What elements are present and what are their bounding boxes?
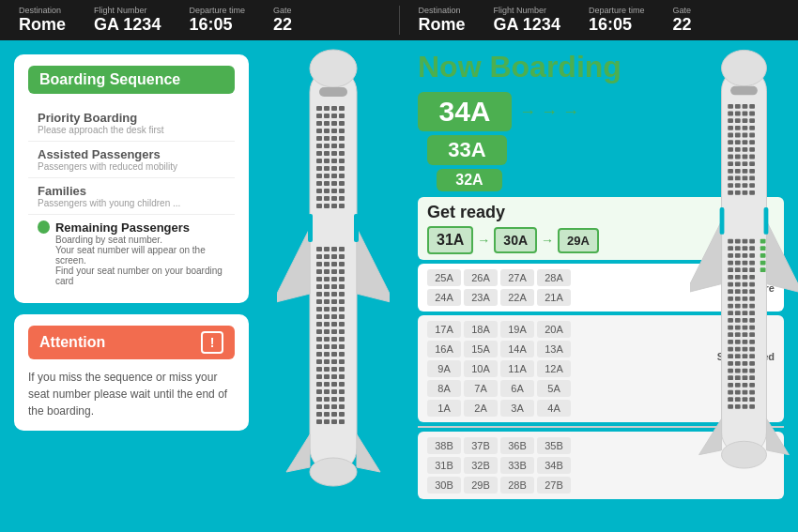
svg-rect-14 xyxy=(331,121,337,126)
svg-rect-185 xyxy=(749,140,755,144)
svg-rect-99 xyxy=(339,314,345,319)
svg-rect-290 xyxy=(728,375,733,380)
svg-rect-4 xyxy=(316,106,322,111)
svg-rect-18 xyxy=(331,129,337,133)
svg-rect-17 xyxy=(324,129,330,133)
svg-rect-94 xyxy=(331,307,337,312)
svg-rect-24 xyxy=(316,144,322,148)
svg-rect-51 xyxy=(339,189,345,193)
svg-rect-238 xyxy=(728,282,733,287)
svg-rect-53 xyxy=(324,196,330,201)
svg-rect-69 xyxy=(324,262,330,266)
svg-rect-205 xyxy=(749,176,755,181)
svg-rect-156 xyxy=(308,214,313,242)
svg-rect-192 xyxy=(743,155,748,160)
remaining-desc1: Boarding by seat number. xyxy=(55,235,225,245)
svg-rect-206 xyxy=(728,183,733,188)
svg-rect-21 xyxy=(324,136,330,141)
svg-rect-118 xyxy=(331,352,337,357)
svg-rect-20 xyxy=(316,136,322,141)
attention-title-text: Attention xyxy=(39,334,105,351)
svg-rect-32 xyxy=(316,159,322,163)
destination-label-left: Destination xyxy=(19,6,66,15)
svg-rect-157 xyxy=(354,214,359,242)
svg-rect-195 xyxy=(735,161,741,166)
svg-rect-22 xyxy=(331,136,337,141)
svg-rect-148 xyxy=(316,412,322,417)
svg-rect-107 xyxy=(339,329,345,334)
svg-rect-106 xyxy=(331,329,337,334)
svg-rect-165 xyxy=(749,104,755,109)
svg-rect-23 xyxy=(339,136,345,141)
svg-rect-245 xyxy=(749,289,755,294)
svg-rect-71 xyxy=(339,262,345,266)
seat-3a: 3A xyxy=(500,400,534,417)
svg-rect-262 xyxy=(728,326,733,330)
svg-rect-100 xyxy=(316,322,322,327)
svg-rect-257 xyxy=(749,311,755,315)
svg-rect-259 xyxy=(735,318,741,323)
svg-rect-81 xyxy=(324,284,330,289)
prepare-rows: 25A 26A 27A 28A 24A 23A 22A 21A xyxy=(427,269,571,306)
svg-rect-293 xyxy=(749,375,755,380)
svg-rect-124 xyxy=(316,367,322,372)
svg-rect-226 xyxy=(728,261,733,266)
svg-rect-230 xyxy=(728,267,733,272)
svg-rect-146 xyxy=(331,404,337,409)
svg-rect-57 xyxy=(324,204,330,208)
svg-rect-300 xyxy=(743,390,748,395)
svg-rect-150 xyxy=(331,412,337,417)
seat-20a: 20A xyxy=(537,321,571,338)
svg-rect-40 xyxy=(316,174,322,178)
header-destination-left: Destination Rome xyxy=(19,6,66,35)
svg-rect-48 xyxy=(316,189,322,193)
attention-header: Attention ! xyxy=(28,326,235,359)
svg-rect-153 xyxy=(324,419,330,424)
svg-rect-136 xyxy=(316,389,322,394)
svg-rect-139 xyxy=(339,389,345,394)
svg-rect-297 xyxy=(749,383,755,388)
svg-rect-174 xyxy=(728,126,733,130)
zone-33a-box: 33A xyxy=(427,135,507,165)
flight-value-left: GA 1234 xyxy=(94,15,161,35)
svg-rect-295 xyxy=(735,383,741,388)
get-ready-31a: 31A xyxy=(427,226,473,254)
gate-value-left: 22 xyxy=(273,15,292,35)
svg-rect-30 xyxy=(331,151,337,156)
svg-rect-113 xyxy=(324,344,330,349)
svg-rect-242 xyxy=(728,289,733,294)
sequence-priority: Priority Boarding Please approach the de… xyxy=(28,105,235,142)
svg-rect-313 xyxy=(760,261,766,266)
arrow-get-ready-1: → xyxy=(477,233,490,248)
seat-21a: 21A xyxy=(537,289,571,306)
svg-rect-6 xyxy=(331,106,337,111)
svg-rect-27 xyxy=(339,144,345,148)
svg-rect-223 xyxy=(735,253,741,258)
svg-rect-267 xyxy=(735,332,741,337)
svg-rect-83 xyxy=(339,284,345,289)
svg-rect-147 xyxy=(339,404,345,409)
svg-rect-120 xyxy=(316,359,322,364)
svg-rect-299 xyxy=(735,390,741,395)
seat-1a: 1A xyxy=(427,400,461,417)
seat-12a: 12A xyxy=(537,360,571,377)
svg-rect-61 xyxy=(324,247,330,251)
svg-rect-109 xyxy=(324,337,330,342)
svg-rect-286 xyxy=(728,369,733,373)
zone-34a-box: 34A xyxy=(418,92,512,131)
zone-32a-box: 32A xyxy=(437,169,502,191)
svg-rect-164 xyxy=(743,104,748,109)
svg-rect-117 xyxy=(324,352,330,357)
svg-rect-128 xyxy=(316,374,322,379)
svg-rect-186 xyxy=(728,147,733,152)
svg-rect-260 xyxy=(743,318,748,323)
svg-rect-172 xyxy=(743,118,748,123)
svg-rect-240 xyxy=(743,282,748,287)
svg-rect-7 xyxy=(339,106,345,111)
svg-rect-308 xyxy=(743,404,748,409)
remaining-desc3: Find your seat number on your boarding xyxy=(55,266,225,276)
get-ready-30a: 30A xyxy=(494,227,537,253)
svg-rect-234 xyxy=(728,275,733,280)
svg-rect-229 xyxy=(749,261,755,266)
destination-value-right: Rome xyxy=(419,15,466,35)
